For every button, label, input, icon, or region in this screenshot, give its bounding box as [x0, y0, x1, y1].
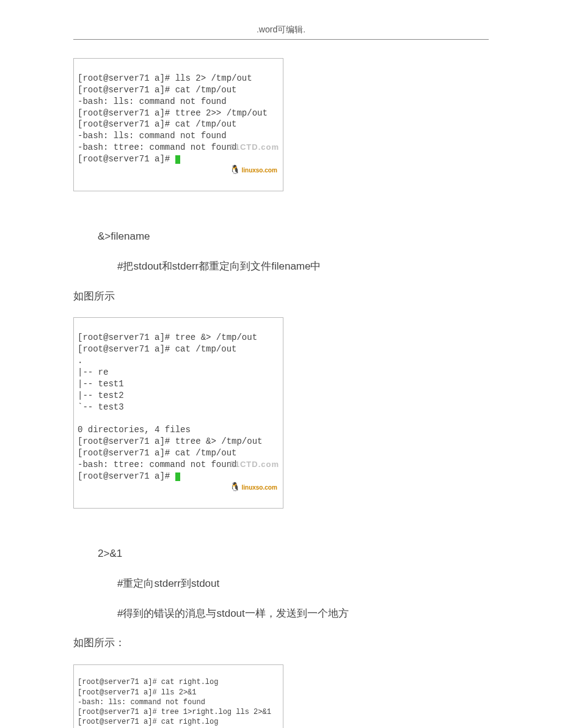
term2-line: `-- test3 — [78, 402, 124, 412]
text-redirect-both: #把stdout和stderr都重定向到文件filename中 — [117, 258, 489, 276]
penguin-icon: 🐧 — [230, 482, 240, 491]
term1-line: [root@server71 a]# lls 2> /tmp/out — [78, 73, 252, 83]
text-redirect-stderr: #重定向stderr到stdout — [117, 575, 489, 593]
term1-line: -bash: lls: command not found — [78, 131, 227, 141]
text-error-msg-same: #得到的错误的消息与stdout一样，发送到一个地方 — [117, 605, 489, 623]
term2-line: 0 directories, 4 files — [78, 425, 191, 435]
term2-line: [root@server71 a]# ttree &> /tmp/out — [78, 436, 262, 446]
text-amp-filename: &>filename — [98, 228, 489, 246]
terminal-block-1: [root@server71 a]# lls 2> /tmp/out [root… — [73, 58, 283, 191]
term3-line: [root@server71 a]# lls 2>&1 — [78, 688, 196, 697]
page-content: [root@server71 a]# lls 2> /tmp/out [root… — [0, 40, 562, 728]
watermark: 51CTD.com 🐧linuxso.com — [230, 447, 279, 506]
term3-line: -bash: lls: command not found — [78, 698, 205, 707]
terminal-block-3: [root@server71 a]# cat right.log [root@s… — [73, 664, 283, 728]
term2-line: . — [78, 356, 82, 366]
term3-line: [root@server71 a]# cat right.log — [78, 718, 218, 726]
term2-line: -bash: ttree: command not found — [78, 460, 236, 469]
term1-line: [root@server71 a]# cat /tmp/out — [78, 119, 236, 129]
cursor-icon — [175, 472, 180, 481]
watermark: 51CTD.com 🐧linuxso.com — [230, 130, 279, 188]
term1-line: -bash: lls: command not found — [78, 97, 227, 106]
watermark-small: linuxso.com — [241, 484, 277, 491]
term1-line: [root@server71 a]# ttree 2>> /tmp/out — [78, 108, 268, 118]
term2-line: |-- re — [78, 367, 108, 377]
terminal-block-2: [root@server71 a]# tree &> /tmp/out [roo… — [73, 317, 283, 508]
page-header: .word可编辑. — [73, 0, 489, 40]
term3-line: [root@server71 a]# tree 1>right.log lls … — [78, 708, 271, 716]
term2-line: |-- test2 — [78, 391, 124, 400]
term1-line: -bash: ttree: command not found — [78, 142, 236, 152]
term2-line: [root@server71 a]# cat /tmp/out — [78, 448, 236, 458]
term2-line: [root@server71 a]# — [78, 471, 175, 481]
text-as-shown-1: 如图所示 — [73, 288, 489, 306]
term1-line: [root@server71 a]# — [78, 154, 175, 164]
watermark-small: linuxso.com — [241, 167, 277, 174]
term2-line: |-- test1 — [78, 379, 124, 389]
text-as-shown-2: 如图所示： — [73, 634, 489, 652]
penguin-icon: 🐧 — [230, 165, 240, 174]
term2-line: [root@server71 a]# cat /tmp/out — [78, 344, 236, 354]
term3-line: [root@server71 a]# cat right.log — [78, 678, 218, 686]
watermark-big: 51CTD.com — [230, 143, 279, 152]
watermark-big: 51CTD.com — [230, 460, 279, 469]
header-title: .word可编辑. — [257, 24, 305, 34]
text-2-amp-1: 2>&1 — [98, 545, 489, 563]
cursor-icon — [175, 155, 180, 164]
term1-line: [root@server71 a]# cat /tmp/out — [78, 85, 236, 95]
term2-line: [root@server71 a]# tree &> /tmp/out — [78, 333, 257, 342]
page-root: .word可编辑. [root@server71 a]# lls 2> /tmp… — [0, 0, 562, 728]
